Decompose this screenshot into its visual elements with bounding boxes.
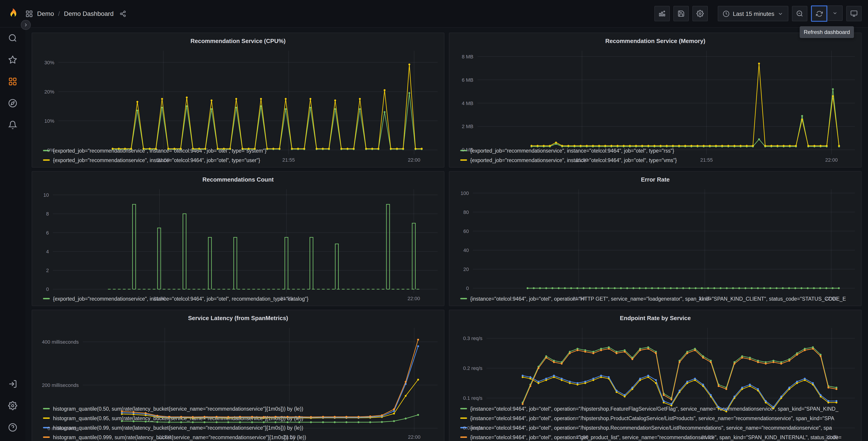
breadcrumb-separator: / (58, 10, 60, 17)
svg-text:80: 80 (463, 209, 469, 215)
svg-text:21:50: 21:50 (572, 296, 585, 301)
sidebar-item-explore[interactable] (0, 92, 25, 114)
cycle-view-button[interactable] (846, 6, 862, 21)
sidebar-item-dashboards[interactable] (0, 70, 25, 92)
grafana-logo[interactable] (0, 8, 25, 20)
sidebar-item-admin[interactable] (0, 395, 25, 416)
apps-icon (25, 10, 33, 18)
dashboard-settings-button[interactable] (692, 6, 708, 21)
help-circle-icon (8, 423, 17, 432)
service-latency-chart[interactable]: 0 milliseconds200 milliseconds400 millis… (32, 324, 444, 404)
svg-text:22:00: 22:00 (825, 296, 837, 301)
svg-text:8: 8 (46, 211, 49, 217)
sidebar-bottom-group (0, 373, 25, 441)
breadcrumb: Demo / Demo Dashboard (25, 10, 126, 18)
svg-text:21:50: 21:50 (159, 434, 171, 440)
time-range-label: Last 15 minutes (733, 10, 774, 17)
panel-title[interactable]: Service Latency (from SpanMetrics) (32, 313, 444, 324)
svg-text:0: 0 (466, 286, 469, 291)
svg-text:0.1 req/s: 0.1 req/s (463, 395, 483, 401)
chart-svg[interactable]: 0%10%20%30%21:5021:5522:00 (32, 47, 444, 164)
refresh-button[interactable] (811, 5, 827, 22)
endpoint-rate-chart[interactable]: 0.0 req/s0.1 req/s0.2 req/s0.3 req/s21:5… (450, 324, 861, 404)
chevron-down-icon (777, 11, 783, 17)
svg-text:21:50: 21:50 (576, 157, 588, 163)
top-navigation: Demo / Demo Dashboard (0, 0, 868, 28)
svg-text:4 MB: 4 MB (462, 100, 473, 106)
add-panel-icon (658, 10, 666, 17)
time-range-picker[interactable]: Last 15 minutes (718, 6, 788, 21)
error-rate-chart[interactable]: 02040608010021:5021:5522:00 (450, 186, 861, 293)
svg-text:400 milliseconds: 400 milliseconds (42, 339, 79, 345)
svg-text:21:50: 21:50 (576, 434, 589, 440)
chevron-right-icon (23, 22, 29, 28)
svg-text:22:00: 22:00 (826, 434, 838, 440)
svg-text:8 MB: 8 MB (462, 54, 473, 60)
svg-text:2: 2 (46, 268, 49, 273)
svg-text:22:00: 22:00 (408, 434, 421, 440)
svg-text:21:55: 21:55 (283, 434, 296, 440)
svg-text:0%: 0% (47, 147, 54, 153)
clock-icon (723, 10, 730, 17)
svg-text:60: 60 (463, 229, 469, 234)
panel-title[interactable]: Recommendation Service (Memory) (450, 35, 861, 47)
breadcrumb-link-demo[interactable]: Demo (37, 10, 54, 17)
add-panel-button[interactable] (654, 6, 670, 21)
cpu-chart[interactable]: 0%10%20%30%21:5021:5522:00 (32, 47, 444, 145)
panel-title[interactable]: Error Rate (450, 174, 861, 186)
svg-text:4: 4 (46, 249, 49, 255)
chevron-down-icon (832, 10, 838, 16)
svg-text:6 MB: 6 MB (462, 77, 473, 83)
svg-text:0: 0 (46, 286, 49, 292)
svg-text:200 milliseconds: 200 milliseconds (42, 382, 79, 388)
panel-title[interactable]: Recommendation Service (CPU%) (32, 35, 444, 47)
svg-text:0.2 req/s: 0.2 req/s (463, 365, 483, 371)
panel-error-rate: Error Rate 02040608010021:5021:5522:00 {… (449, 171, 862, 306)
sidebar-item-search[interactable] (0, 27, 25, 49)
sidebar-item-starred[interactable] (0, 49, 25, 70)
chart-svg[interactable]: 0 MB2 MB4 MB6 MB8 MB21:5021:5522:00 (450, 47, 861, 164)
sidebar-item-help[interactable] (0, 416, 25, 438)
svg-text:21:55: 21:55 (699, 296, 711, 301)
share-icon[interactable] (120, 10, 126, 17)
svg-text:10: 10 (43, 192, 49, 198)
svg-text:22:00: 22:00 (825, 157, 838, 163)
svg-text:21:55: 21:55 (700, 157, 713, 163)
sidebar-item-sign-in[interactable] (0, 373, 25, 395)
star-icon (8, 55, 17, 64)
search-icon (8, 33, 17, 42)
sidebar (0, 27, 25, 441)
svg-text:21:50: 21:50 (153, 296, 166, 301)
recommendations-count-chart[interactable]: 024681021:5021:5522:00 (32, 186, 444, 293)
svg-text:21:55: 21:55 (282, 157, 295, 163)
svg-text:30%: 30% (44, 60, 54, 65)
chart-svg[interactable]: 0.0 req/s0.1 req/s0.2 req/s0.3 req/s21:5… (450, 324, 861, 441)
svg-text:6: 6 (46, 230, 49, 236)
panel-service-latency: Service Latency (from SpanMetrics) 0 mil… (32, 310, 444, 441)
chart-svg[interactable]: 0 milliseconds200 milliseconds400 millis… (32, 324, 444, 441)
panel-title[interactable]: Recommendations Count (32, 174, 444, 186)
monitor-icon (850, 10, 858, 17)
svg-text:22:00: 22:00 (408, 157, 420, 163)
refresh-interval-dropdown[interactable] (827, 5, 843, 21)
panel-title[interactable]: Endpoint Rate by Service (450, 313, 861, 324)
svg-text:21:55: 21:55 (280, 296, 292, 301)
compass-icon (8, 99, 17, 108)
svg-text:20%: 20% (44, 89, 54, 95)
expand-sidebar-button[interactable] (21, 20, 31, 30)
sidebar-item-alerting[interactable] (0, 114, 25, 136)
refresh-tooltip: Refresh dashboard (800, 26, 854, 38)
svg-text:0.3 req/s: 0.3 req/s (463, 335, 483, 341)
svg-text:0.0 req/s: 0.0 req/s (463, 425, 483, 431)
topbar-actions: Last 15 minutes (654, 5, 868, 22)
svg-text:20: 20 (463, 266, 469, 272)
memory-chart[interactable]: 0 MB2 MB4 MB6 MB8 MB21:5021:5522:00 (450, 47, 861, 145)
chart-svg[interactable]: 024681021:5021:5522:00 (32, 186, 444, 303)
zoom-out-button[interactable] (792, 6, 807, 21)
save-dashboard-button[interactable] (673, 6, 689, 21)
refresh-icon (816, 10, 823, 17)
panel-recommendation-memory: Recommendation Service (Memory) 0 MB2 MB… (449, 33, 862, 168)
chart-svg[interactable]: 02040608010021:5021:5522:00 (450, 186, 861, 303)
svg-text:0 MB: 0 MB (462, 147, 473, 153)
svg-text:40: 40 (463, 247, 469, 253)
